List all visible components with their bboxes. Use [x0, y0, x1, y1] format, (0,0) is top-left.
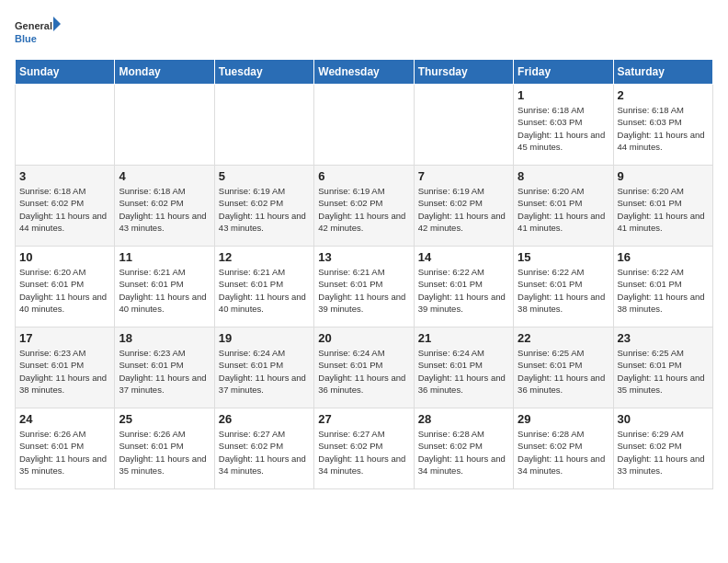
sunset-text: Sunset: 6:02 PM: [318, 198, 382, 208]
daylight-text: Daylight: 11 hours and 41 minutes.: [618, 211, 705, 233]
sunset-text: Sunset: 6:01 PM: [518, 198, 582, 208]
daylight-text: Daylight: 11 hours and 42 minutes.: [318, 211, 405, 233]
calendar-cell: 18 Sunrise: 6:23 AM Sunset: 6:01 PM Dayl…: [115, 327, 214, 408]
calendar-cell: [414, 85, 513, 166]
daylight-text: Daylight: 11 hours and 43 minutes.: [219, 211, 306, 233]
sunrise-text: Sunrise: 6:19 AM: [418, 186, 484, 196]
sunset-text: Sunset: 6:01 PM: [219, 360, 283, 370]
day-info: Sunrise: 6:19 AM Sunset: 6:02 PM Dayligh…: [418, 185, 509, 234]
header: General Blue: [15, 15, 713, 50]
calendar-week-row: 1 Sunrise: 6:18 AM Sunset: 6:03 PM Dayli…: [16, 85, 713, 166]
day-number: 17: [19, 331, 110, 345]
calendar-cell: 8 Sunrise: 6:20 AM Sunset: 6:01 PM Dayli…: [514, 166, 613, 247]
day-number: 24: [19, 412, 110, 426]
sunrise-text: Sunrise: 6:24 AM: [418, 348, 484, 358]
daylight-text: Daylight: 11 hours and 36 minutes.: [318, 373, 405, 395]
day-info: Sunrise: 6:28 AM Sunset: 6:02 PM Dayligh…: [418, 428, 509, 477]
sunset-text: Sunset: 6:02 PM: [119, 198, 183, 208]
sunset-text: Sunset: 6:01 PM: [19, 279, 84, 289]
calendar-cell: 20 Sunrise: 6:24 AM Sunset: 6:01 PM Dayl…: [314, 327, 414, 408]
day-info: Sunrise: 6:27 AM Sunset: 6:02 PM Dayligh…: [318, 428, 409, 477]
daylight-text: Daylight: 11 hours and 40 minutes.: [119, 292, 206, 314]
svg-text:General: General: [15, 20, 52, 31]
sunrise-text: Sunrise: 6:21 AM: [119, 267, 185, 277]
daylight-text: Daylight: 11 hours and 42 minutes.: [418, 211, 506, 233]
daylight-text: Daylight: 11 hours and 40 minutes.: [19, 292, 107, 314]
sunrise-text: Sunrise: 6:18 AM: [19, 186, 85, 196]
day-number: 19: [219, 331, 310, 345]
sunset-text: Sunset: 6:01 PM: [418, 279, 483, 289]
calendar-week-row: 24 Sunrise: 6:26 AM Sunset: 6:01 PM Dayl…: [16, 408, 713, 489]
daylight-text: Daylight: 11 hours and 45 minutes.: [518, 130, 605, 152]
day-number: 18: [119, 331, 210, 345]
calendar-week-row: 3 Sunrise: 6:18 AM Sunset: 6:02 PM Dayli…: [16, 166, 713, 247]
daylight-text: Daylight: 11 hours and 37 minutes.: [119, 373, 206, 395]
day-info: Sunrise: 6:24 AM Sunset: 6:01 PM Dayligh…: [219, 347, 310, 396]
sunrise-text: Sunrise: 6:21 AM: [219, 267, 285, 277]
sunrise-text: Sunrise: 6:22 AM: [518, 267, 584, 277]
day-number: 21: [418, 331, 509, 345]
day-info: Sunrise: 6:21 AM Sunset: 6:01 PM Dayligh…: [219, 266, 310, 315]
calendar-cell: 24 Sunrise: 6:26 AM Sunset: 6:01 PM Dayl…: [16, 408, 115, 489]
day-info: Sunrise: 6:18 AM Sunset: 6:02 PM Dayligh…: [119, 185, 210, 234]
sunrise-text: Sunrise: 6:24 AM: [318, 348, 384, 358]
sunrise-text: Sunrise: 6:25 AM: [518, 348, 584, 358]
day-info: Sunrise: 6:22 AM Sunset: 6:01 PM Dayligh…: [518, 266, 609, 315]
sunrise-text: Sunrise: 6:20 AM: [19, 267, 85, 277]
daylight-text: Daylight: 11 hours and 43 minutes.: [119, 211, 206, 233]
day-info: Sunrise: 6:27 AM Sunset: 6:02 PM Dayligh…: [219, 428, 310, 477]
sunset-text: Sunset: 6:01 PM: [418, 360, 483, 370]
daylight-text: Daylight: 11 hours and 44 minutes.: [618, 130, 705, 152]
day-info: Sunrise: 6:18 AM Sunset: 6:03 PM Dayligh…: [618, 104, 709, 153]
sunset-text: Sunset: 6:03 PM: [618, 117, 682, 127]
logo-svg: General Blue: [15, 15, 61, 50]
calendar-cell: 14 Sunrise: 6:22 AM Sunset: 6:01 PM Dayl…: [414, 247, 513, 327]
sunset-text: Sunset: 6:01 PM: [119, 360, 183, 370]
sunset-text: Sunset: 6:01 PM: [119, 441, 183, 451]
sunset-text: Sunset: 6:01 PM: [518, 360, 582, 370]
day-info: Sunrise: 6:18 AM Sunset: 6:02 PM Dayligh…: [19, 185, 110, 234]
svg-text:Blue: Blue: [15, 33, 37, 44]
day-number: 13: [318, 250, 409, 264]
daylight-text: Daylight: 11 hours and 35 minutes.: [119, 454, 206, 476]
daylight-text: Daylight: 11 hours and 34 minutes.: [418, 454, 506, 476]
daylight-text: Daylight: 11 hours and 39 minutes.: [318, 292, 405, 314]
sunrise-text: Sunrise: 6:28 AM: [418, 429, 484, 439]
sunset-text: Sunset: 6:02 PM: [418, 441, 483, 451]
calendar-cell: [16, 85, 115, 166]
day-number: 23: [618, 331, 709, 345]
day-info: Sunrise: 6:19 AM Sunset: 6:02 PM Dayligh…: [219, 185, 310, 234]
daylight-text: Daylight: 11 hours and 34 minutes.: [518, 454, 605, 476]
calendar-cell: 16 Sunrise: 6:22 AM Sunset: 6:01 PM Dayl…: [613, 247, 712, 327]
calendar-cell: 10 Sunrise: 6:20 AM Sunset: 6:01 PM Dayl…: [16, 247, 115, 327]
sunset-text: Sunset: 6:02 PM: [219, 198, 283, 208]
weekday-header-row: SundayMondayTuesdayWednesdayThursdayFrid…: [16, 60, 713, 85]
sunrise-text: Sunrise: 6:18 AM: [518, 105, 584, 115]
day-number: 16: [618, 250, 709, 264]
calendar-cell: 3 Sunrise: 6:18 AM Sunset: 6:02 PM Dayli…: [16, 166, 115, 247]
day-info: Sunrise: 6:24 AM Sunset: 6:01 PM Dayligh…: [418, 347, 509, 396]
day-info: Sunrise: 6:22 AM Sunset: 6:01 PM Dayligh…: [618, 266, 709, 315]
sunrise-text: Sunrise: 6:28 AM: [518, 429, 584, 439]
day-number: 27: [318, 412, 409, 426]
calendar-cell: 28 Sunrise: 6:28 AM Sunset: 6:02 PM Dayl…: [414, 408, 513, 489]
sunset-text: Sunset: 6:01 PM: [119, 279, 183, 289]
logo: General Blue: [15, 15, 61, 50]
sunset-text: Sunset: 6:02 PM: [418, 198, 483, 208]
sunset-text: Sunset: 6:01 PM: [318, 279, 382, 289]
daylight-text: Daylight: 11 hours and 37 minutes.: [219, 373, 306, 395]
sunrise-text: Sunrise: 6:20 AM: [618, 186, 684, 196]
calendar-cell: [314, 85, 414, 166]
day-info: Sunrise: 6:20 AM Sunset: 6:01 PM Dayligh…: [518, 185, 609, 234]
daylight-text: Daylight: 11 hours and 33 minutes.: [618, 454, 705, 476]
weekday-header-wednesday: Wednesday: [314, 60, 414, 85]
day-info: Sunrise: 6:22 AM Sunset: 6:01 PM Dayligh…: [418, 266, 509, 315]
day-info: Sunrise: 6:25 AM Sunset: 6:01 PM Dayligh…: [518, 347, 609, 396]
calendar-cell: 5 Sunrise: 6:19 AM Sunset: 6:02 PM Dayli…: [214, 166, 313, 247]
calendar-cell: 25 Sunrise: 6:26 AM Sunset: 6:01 PM Dayl…: [115, 408, 214, 489]
calendar-cell: 26 Sunrise: 6:27 AM Sunset: 6:02 PM Dayl…: [214, 408, 313, 489]
sunrise-text: Sunrise: 6:22 AM: [618, 267, 684, 277]
day-info: Sunrise: 6:29 AM Sunset: 6:02 PM Dayligh…: [618, 428, 709, 477]
sunrise-text: Sunrise: 6:26 AM: [119, 429, 185, 439]
calendar-cell: 27 Sunrise: 6:27 AM Sunset: 6:02 PM Dayl…: [314, 408, 414, 489]
